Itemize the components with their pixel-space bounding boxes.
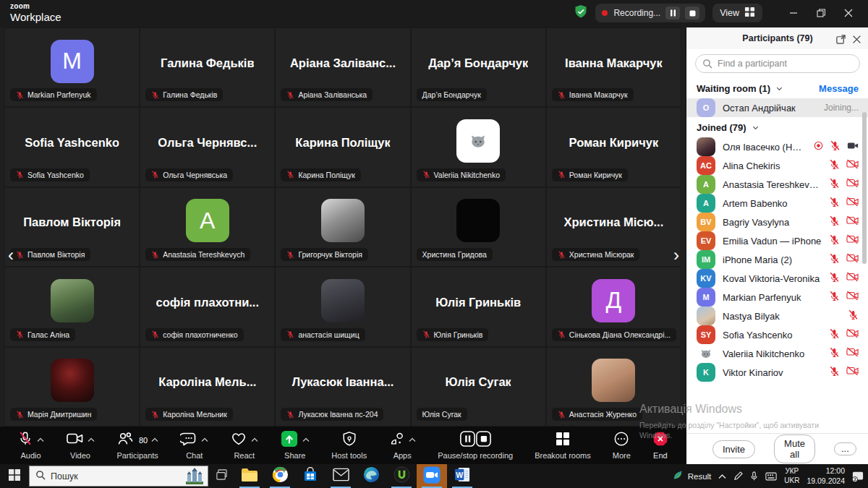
participant-tile[interactable]: Павлом ВікторіяПавлом Вікторія: [4, 187, 140, 267]
participant-row[interactable]: Valeriia Nikitchenko: [686, 344, 868, 363]
search-highlight-image[interactable]: [184, 467, 205, 487]
microphone-tray-icon[interactable]: [750, 471, 758, 481]
chevron-up-icon[interactable]: [88, 437, 95, 442]
participant-row[interactable]: SYSofia Yashcenko: [686, 325, 868, 344]
participant-row[interactable]: EVEmilia Vadun — iPhone: [686, 231, 868, 250]
zoom-app-icon[interactable]: [417, 464, 447, 488]
participant-row[interactable]: Nastya Bilyak: [686, 307, 868, 325]
end-button[interactable]: End: [652, 432, 668, 460]
chrome-icon[interactable]: [265, 464, 295, 488]
participant-row[interactable]: MMarkian Parfenyuk: [686, 288, 868, 307]
popout-icon[interactable]: [834, 33, 847, 46]
chat-button[interactable]: Chat: [180, 432, 208, 460]
close-button[interactable]: [835, 3, 862, 23]
task-view-button[interactable]: [208, 464, 234, 488]
react-button[interactable]: React: [230, 432, 258, 460]
find-participant-input[interactable]: [695, 54, 860, 73]
word-icon[interactable]: W: [447, 464, 477, 488]
host-tools-button[interactable]: Host tools: [331, 432, 367, 460]
participant-tile[interactable]: AAnastasia Tereshkevych: [140, 187, 275, 267]
language-indicator[interactable]: УКР UKR: [784, 467, 799, 485]
pause-recording-button[interactable]: [665, 7, 680, 20]
participant-tile[interactable]: Valeriia Nikitchenko: [411, 107, 546, 187]
participant-tile[interactable]: Ольга Чернявс...Ольга Чернявська: [140, 107, 275, 187]
chevron-down-icon: [775, 85, 783, 93]
participant-row[interactable]: KViktor Kinariov: [686, 363, 868, 382]
participant-tile[interactable]: Аріана Заліванс...Аріана Заліванська: [275, 27, 410, 107]
mail-icon[interactable]: [326, 464, 356, 488]
participant-tile[interactable]: Галина ФедьківГалина Федьків: [140, 27, 275, 107]
restore-button[interactable]: [807, 3, 835, 23]
notifications-icon[interactable]: 2: [852, 471, 864, 482]
participant-row[interactable]: AAnastasia Tereshkevych: [686, 175, 868, 194]
stop-recording-button[interactable]: [685, 7, 699, 20]
mute-all-button[interactable]: Mute all: [774, 435, 815, 463]
participant-tile[interactable]: Юлія СугакЮлія Сугак: [411, 347, 546, 427]
prev-page-button[interactable]: ‹: [3, 244, 19, 266]
chevron-up-icon[interactable]: [201, 437, 208, 442]
minimize-button[interactable]: [780, 3, 807, 23]
participant-tile[interactable]: Юлія ГриньківЮлія Гриньків: [411, 267, 546, 346]
result-widget[interactable]: Result: [673, 470, 712, 482]
participants-button[interactable]: 80Participants: [116, 432, 158, 460]
participant-tile[interactable]: Іванна МакарчукІванна Макарчук: [546, 27, 681, 107]
view-button[interactable]: View: [712, 4, 762, 22]
chevron-up-icon[interactable]: [409, 437, 416, 442]
participant-tile[interactable]: Марія Дмитришин: [4, 347, 140, 427]
participant-tile[interactable]: Кароліна Мель...Кароліна Мельник: [140, 347, 275, 427]
edge-icon[interactable]: [356, 464, 386, 488]
participant-row[interactable]: AArtem Babenko: [686, 194, 868, 213]
pen-icon[interactable]: [733, 471, 743, 481]
participant-tile[interactable]: Лукасюк Іванна...Лукасюк Іванна пс-204: [275, 347, 410, 427]
waiting-room-header[interactable]: Waiting room (1) Message: [686, 78, 868, 98]
message-link[interactable]: Message: [819, 83, 859, 94]
joined-header[interactable]: Joined (79): [686, 117, 868, 137]
participant-tile[interactable]: Анастасія Журенко: [546, 347, 681, 427]
participant-row[interactable]: BVBagriy Vasylyna: [686, 213, 868, 231]
start-button[interactable]: [0, 464, 29, 488]
breakout-rooms-button[interactable]: Breakout rooms: [535, 432, 591, 460]
apps-button[interactable]: Apps: [388, 432, 416, 460]
security-shield-icon[interactable]: [574, 4, 588, 22]
participant-tile[interactable]: софія плахотни...софія плахотниченко: [140, 267, 275, 346]
next-page-button[interactable]: ›: [668, 244, 684, 266]
pause-stop-recording-button[interactable]: Pause/stop recording: [438, 432, 513, 460]
chevron-up-icon[interactable]: [37, 437, 44, 442]
participant-row[interactable]: ACAlina Chekiris: [686, 156, 868, 175]
share-button[interactable]: Share: [280, 432, 310, 460]
invite-button[interactable]: Invite: [712, 440, 755, 458]
microsoft-store-icon[interactable]: [295, 464, 326, 488]
participant-tile[interactable]: Карина ПоліщукКарина Поліщук: [275, 107, 410, 187]
show-hidden-icons-chevron[interactable]: [718, 474, 726, 479]
participant-tile[interactable]: ДСінькова Діана Олександрі...: [546, 267, 681, 346]
more-button[interactable]: More: [613, 432, 631, 460]
clock[interactable]: 12:00 19.09.2024: [807, 466, 845, 486]
participant-row[interactable]: OОстап АндрійчакJoining...: [686, 98, 868, 117]
participant-row[interactable]: IMiPhone Maria (2): [686, 250, 868, 269]
participant-row[interactable]: Оля Івасечко (Host, me): [686, 137, 868, 156]
participant-tile[interactable]: Григорчук Вікторія: [275, 187, 410, 267]
utorrent-icon[interactable]: [386, 464, 417, 488]
participant-tile[interactable]: Дар’я БондарчукДар’я Бондарчук: [411, 27, 546, 107]
participant-tile[interactable]: MMarkian Parfenyuk: [4, 27, 140, 107]
chevron-up-icon[interactable]: [151, 437, 158, 442]
tile-display-name: Іванна Макарчук: [565, 56, 663, 69]
participant-tile[interactable]: Христина Місю...Христина Місюрак: [546, 187, 681, 267]
chevron-up-icon[interactable]: [251, 437, 258, 442]
file-explorer-icon[interactable]: [234, 464, 265, 488]
close-panel-icon[interactable]: [850, 33, 863, 46]
audio-button[interactable]: Audio: [17, 432, 44, 460]
participant-tile[interactable]: Галас Аліна: [4, 267, 140, 346]
video-button[interactable]: Video: [66, 432, 95, 460]
participant-tile[interactable]: Sofia YashcenkoSofia Yashcenko: [4, 107, 140, 187]
participant-tile[interactable]: Христина Гридова: [411, 187, 546, 267]
chevron-up-icon[interactable]: [302, 437, 310, 442]
touch-keyboard-icon[interactable]: [765, 472, 777, 481]
taskbar-search[interactable]: Пошук: [29, 466, 208, 487]
participant-tile[interactable]: Роман КиричукРоман Киричук: [546, 107, 681, 187]
participant-tile[interactable]: анастасія шищиц: [275, 267, 410, 346]
more-options-button[interactable]: ...: [834, 442, 856, 455]
participant-name: Nastya Bilyak: [723, 311, 841, 322]
panel-scrollbar[interactable]: [862, 112, 867, 264]
participant-row[interactable]: KVKoval Viktoria-Veronika: [686, 269, 868, 288]
